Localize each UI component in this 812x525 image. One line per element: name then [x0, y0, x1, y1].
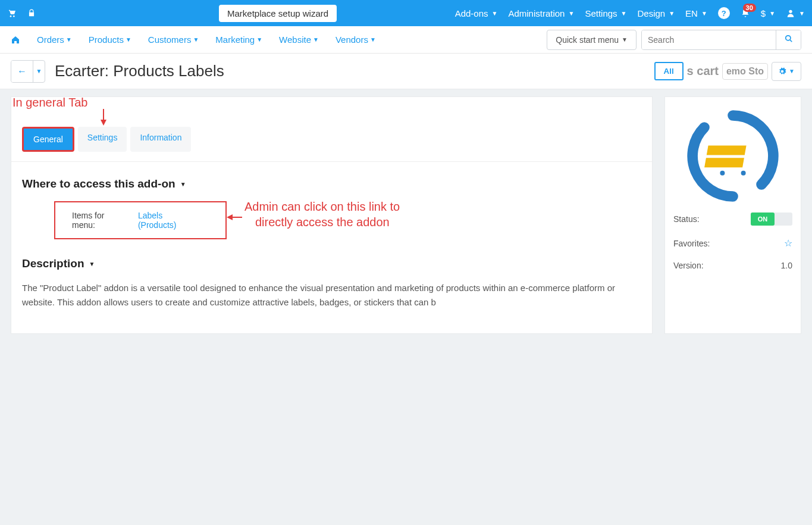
- labels-products-link[interactable]: Labels (Products): [138, 211, 202, 230]
- help-icon[interactable]: ?: [718, 7, 730, 19]
- search-input[interactable]: [642, 30, 776, 49]
- back-dropdown[interactable]: ▼: [33, 61, 45, 82]
- ghost-text-2: emo Sto: [722, 63, 768, 80]
- back-button[interactable]: ←: [11, 61, 33, 82]
- nav-marketing[interactable]: Marketing ▼: [215, 35, 262, 45]
- nav-website[interactable]: Website ▼: [279, 35, 319, 45]
- version-label: Version:: [673, 261, 704, 270]
- tab-settings[interactable]: Settings: [78, 127, 127, 152]
- tabs: General Settings Information: [11, 127, 652, 162]
- section-description-title[interactable]: Description ▼: [11, 257, 652, 270]
- status-toggle[interactable]: ON: [751, 212, 792, 226]
- tab-information[interactable]: Information: [130, 127, 191, 152]
- search-box: [641, 30, 801, 50]
- menu-items-box: Items for menu: Labels (Products): [54, 201, 227, 239]
- main-panel: In general Tab General Settings Informat…: [11, 96, 653, 334]
- top-menu-addons[interactable]: Add-ons ▼: [455, 8, 498, 18]
- all-button[interactable]: All: [654, 62, 684, 80]
- svg-point-2: [789, 10, 792, 13]
- top-menu-currency[interactable]: $ ▼: [761, 8, 775, 18]
- notifications-bell[interactable]: 30: [741, 8, 750, 18]
- notification-count: 30: [743, 4, 756, 12]
- addon-logo: [673, 105, 792, 207]
- chevron-down-icon: ▼: [89, 261, 95, 267]
- nav-products[interactable]: Products ▼: [89, 35, 131, 45]
- titlebar: ← ▼ Ecarter: Products Labels All s cart …: [0, 54, 812, 89]
- home-icon[interactable]: [11, 35, 20, 45]
- annotation-tab-hint: In general Tab: [12, 96, 87, 110]
- chevron-down-icon: ▼: [180, 181, 186, 188]
- nav-orders[interactable]: Orders ▼: [37, 35, 72, 45]
- nav-customers[interactable]: Customers ▼: [148, 35, 199, 45]
- side-status-row: Status: ON: [673, 207, 792, 232]
- top-menu-lang[interactable]: EN ▼: [685, 8, 707, 18]
- ghost-text-1: s cart: [687, 64, 719, 78]
- search-button[interactable]: [776, 30, 801, 49]
- side-favorites-row: Favorites: ☆: [673, 232, 792, 255]
- favorite-star-icon[interactable]: ☆: [784, 238, 792, 249]
- svg-marker-6: [101, 120, 106, 126]
- svg-point-0: [10, 15, 12, 17]
- favorites-label: Favorites:: [673, 239, 710, 248]
- svg-point-13: [741, 171, 746, 176]
- wizard-tag[interactable]: Marketplace setup wizard: [219, 5, 337, 22]
- annotation-arrow-left-icon: [227, 212, 242, 223]
- status-label: Status:: [673, 214, 700, 224]
- description-text: The "Product Label" addon is a versatile…: [11, 281, 652, 310]
- items-for-menu-label: Items for menu:: [72, 211, 128, 230]
- svg-marker-8: [227, 214, 233, 220]
- section-where-title[interactable]: Where to access this add-on ▼: [11, 177, 652, 190]
- top-menu-settings[interactable]: Settings ▼: [585, 8, 626, 18]
- side-panel: Status: ON Favorites: ☆ Version: 1.0: [664, 96, 801, 334]
- navbar: Orders ▼ Products ▼ Customers ▼ Marketin…: [0, 26, 812, 54]
- quick-start-menu[interactable]: Quick start menu ▼: [547, 30, 637, 50]
- page-title: Ecarter: Products Labels: [55, 62, 224, 80]
- svg-point-12: [720, 171, 725, 176]
- back-button-group: ← ▼: [11, 60, 45, 83]
- topbar: Marketplace setup wizard Add-ons ▼ Admin…: [0, 0, 812, 26]
- layout: In general Tab General Settings Informat…: [0, 89, 812, 341]
- svg-point-3: [785, 36, 790, 40]
- top-menu-administration[interactable]: Administration ▼: [508, 8, 574, 18]
- tab-general[interactable]: General: [22, 127, 74, 152]
- user-icon[interactable]: ▼: [786, 8, 805, 18]
- lock-icon[interactable]: [27, 9, 36, 17]
- version-value: 1.0: [781, 261, 792, 270]
- nav-vendors[interactable]: Vendors ▼: [336, 35, 376, 45]
- annotation-link-hint: Admin can click on this link to directly…: [244, 199, 400, 230]
- status-toggle-on: ON: [751, 212, 775, 226]
- svg-point-1: [13, 15, 15, 17]
- top-menu-design[interactable]: Design ▼: [637, 8, 675, 18]
- svg-rect-11: [704, 158, 744, 167]
- svg-rect-10: [707, 145, 747, 155]
- svg-line-4: [789, 40, 792, 42]
- side-version-row: Version: 1.0: [673, 255, 792, 276]
- gear-button[interactable]: ▼: [772, 62, 801, 81]
- annotation-arrow-down-icon: [95, 109, 112, 127]
- cart-icon[interactable]: [7, 8, 17, 18]
